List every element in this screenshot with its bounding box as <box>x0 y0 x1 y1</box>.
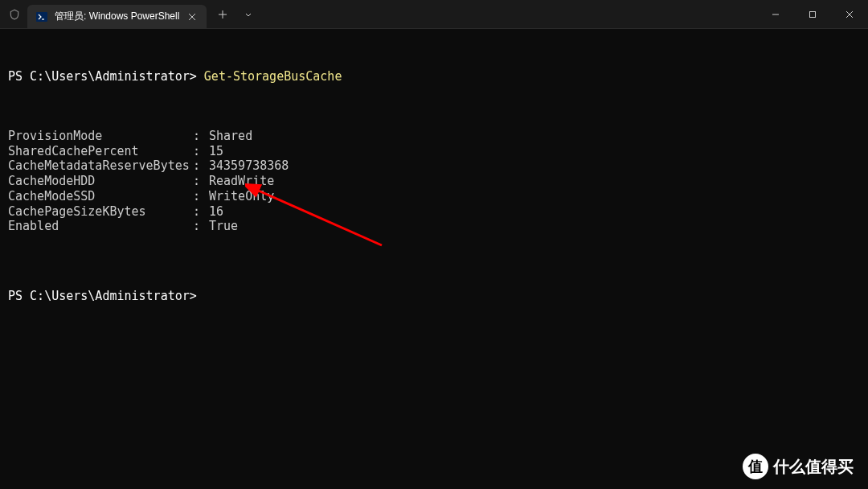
window-controls <box>757 0 868 28</box>
output-row: ProvisionMode: Shared <box>8 129 860 144</box>
maximize-button[interactable] <box>794 0 831 28</box>
output-separator: : <box>193 144 209 159</box>
powershell-icon <box>35 10 48 23</box>
output-separator: : <box>193 129 209 144</box>
output-key: CacheModeHDD <box>8 174 193 189</box>
output-value: ReadWrite <box>209 174 860 189</box>
output-row: Enabled: True <box>8 219 860 234</box>
output-row: CacheModeHDD: ReadWrite <box>8 174 860 189</box>
prompt-path: PS C:\Users\Administrator> <box>8 289 197 303</box>
tab-dropdown-button[interactable] <box>235 2 261 27</box>
watermark-badge: 值 <box>743 454 768 479</box>
prompt-line-1: PS C:\Users\Administrator> Get-StorageBu… <box>8 69 860 84</box>
output-separator: : <box>193 204 209 220</box>
output-value: 34359738368 <box>209 158 860 174</box>
svg-rect-0 <box>36 12 47 22</box>
output-separator: : <box>193 219 209 234</box>
output-value: 16 <box>209 204 860 220</box>
output-key: CachePageSizeKBytes <box>8 204 193 220</box>
output-separator: : <box>193 174 209 189</box>
output-key: CacheModeSSD <box>8 189 193 204</box>
output-separator: : <box>193 189 209 204</box>
svg-rect-7 <box>810 11 816 17</box>
output-value: Shared <box>209 129 860 144</box>
output-row: CacheMetadataReserveBytes: 34359738368 <box>8 158 860 174</box>
watermark: 值 什么值得买 <box>743 454 854 479</box>
output-row: CacheModeSSD: WriteOnly <box>8 189 860 204</box>
prompt-line-2: PS C:\Users\Administrator> <box>8 289 860 304</box>
output-value: 15 <box>209 144 860 159</box>
command-output: ProvisionMode: SharedSharedCachePercent:… <box>8 129 860 234</box>
shield-icon <box>8 8 21 21</box>
output-key: Enabled <box>8 219 193 234</box>
output-value: True <box>209 219 860 234</box>
output-key: ProvisionMode <box>8 129 193 144</box>
tab-title: 管理员: Windows PowerShell <box>55 10 179 23</box>
minimize-button[interactable] <box>757 0 794 28</box>
prompt-path: PS C:\Users\Administrator> <box>8 69 204 84</box>
terminal-content[interactable]: PS C:\Users\Administrator> Get-StorageBu… <box>0 29 868 330</box>
output-separator: : <box>193 158 209 174</box>
output-row: SharedCachePercent: 15 <box>8 144 860 159</box>
output-key: SharedCachePercent <box>8 144 193 159</box>
window-titlebar: 管理员: Windows PowerShell <box>0 0 868 29</box>
output-row: CachePageSizeKBytes: 16 <box>8 204 860 220</box>
watermark-text: 什么值得买 <box>773 456 854 478</box>
output-key: CacheMetadataReserveBytes <box>8 158 193 174</box>
command-text: Get-StorageBusCache <box>204 69 342 84</box>
new-tab-button[interactable] <box>210 2 235 27</box>
tab-close-button[interactable] <box>186 10 199 23</box>
terminal-tab[interactable]: 管理员: Windows PowerShell <box>27 5 207 29</box>
close-button[interactable] <box>831 0 868 28</box>
output-value: WriteOnly <box>209 189 860 204</box>
tabs-area: 管理员: Windows PowerShell <box>0 0 261 28</box>
